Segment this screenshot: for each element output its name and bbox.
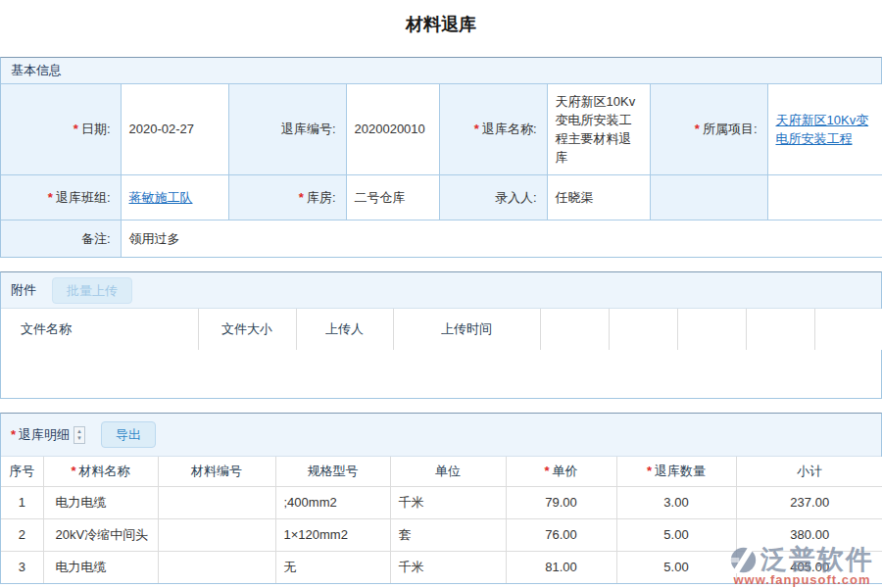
project-link[interactable]: 天府新区10Kv变电所安装工程 [776,113,869,146]
cell-material-code [158,518,275,551]
remark-value: 领用过多 [121,220,882,257]
page-title: 材料退库 [0,0,882,57]
table-row: 1 电力电缆 ;400mm2 千米 79.00 3.00 237.00 [1,486,882,518]
required-asterisk: * [74,122,78,136]
col-empty [609,309,677,350]
required-asterisk: * [299,190,304,205]
cell-material-code [158,551,275,583]
col-material-name: *材料名称 [43,457,158,486]
required-asterisk: * [647,464,652,478]
required-asterisk: * [474,122,479,136]
recorder-value: 任晓渠 [547,174,650,220]
cell-spec-model: 无 [275,551,390,583]
date-label: *日期: [1,84,121,174]
cell-subtotal: 380.00 [736,518,882,551]
details-section: * 退库明细 ▲ ▼ 导出 序号 *材料名称 材料编号 规格型号 单位 *单价 … [0,413,882,584]
cell-seq: 3 [1,551,43,583]
export-button[interactable]: 导出 [101,421,156,448]
col-unit-price: *单价 [506,457,616,486]
team-link[interactable]: 蒋敏施工队 [129,190,193,205]
basic-info-table: *日期: 2020-02-27 退库编号: 2020020010 *退库名称: … [1,84,882,257]
basic-info-section-title: 基本信息 [1,58,881,84]
return-no-value: 2020020010 [346,84,439,174]
col-empty [540,309,609,350]
team-value: 蒋敏施工队 [121,174,228,220]
empty-label-cell [650,174,767,220]
basic-info-section: 基本信息 *日期: 2020-02-27 退库编号: 2020020010 *退… [0,57,882,258]
col-material-code: 材料编号 [158,457,275,486]
cell-unit: 套 [390,518,506,551]
cell-return-qty: 5.00 [616,518,736,551]
cell-material-code [158,486,275,518]
stepper-down-icon[interactable]: ▼ [76,435,82,442]
cell-spec-model: 1×120mm2 [275,518,390,551]
required-asterisk: * [11,427,16,442]
attachments-section-title: 附件 [11,281,36,299]
cell-material-name: 电力电缆 [43,551,158,583]
required-asterisk: * [695,122,700,136]
attachments-table: 文件名称 文件大小 上传人 上传时间 [1,309,882,350]
cell-unit: 千米 [390,551,506,583]
date-value: 2020-02-27 [121,84,228,174]
required-asterisk: * [48,190,53,205]
attachments-empty-area [1,350,881,398]
team-label: *退库班组: [1,174,121,220]
col-spec-model: 规格型号 [275,457,390,486]
attachments-section: 附件 批量上传 文件名称 文件大小 上传人 上传时间 [0,271,882,399]
cell-seq: 1 [1,486,43,518]
cell-material-name: 20kV冷缩中间头 [43,518,158,551]
cell-unit-price: 76.00 [506,518,616,551]
cell-unit-price: 79.00 [506,486,616,518]
sort-stepper-icon[interactable]: ▲ ▼ [74,426,85,444]
col-return-qty: *退库数量 [616,457,736,486]
col-empty [677,309,746,350]
cell-return-qty: 5.00 [616,551,736,583]
col-empty [814,309,882,350]
cell-unit-price: 81.00 [506,551,616,583]
col-file-size: 文件大小 [198,309,296,350]
required-asterisk: * [544,464,549,478]
cell-material-name: 电力电缆 [43,486,158,518]
col-empty [746,309,814,350]
cell-subtotal: 237.00 [736,486,882,518]
batch-upload-button[interactable]: 批量上传 [52,277,132,304]
required-asterisk: * [71,464,75,478]
col-subtotal: 小计 [736,457,882,486]
stepper-up-icon[interactable]: ▲ [76,428,82,435]
cell-spec-model: ;400mm2 [275,486,390,518]
col-uploader: 上传人 [296,309,393,350]
col-file-name: 文件名称 [1,309,198,350]
table-row: 3 电力电缆 无 千米 81.00 5.00 405.00 [1,551,882,583]
warehouse-value: 二号仓库 [346,174,439,220]
return-no-label: 退库编号: [228,84,346,174]
cell-subtotal: 405.00 [736,551,882,583]
col-upload-time: 上传时间 [393,309,540,350]
table-row: 2 20kV冷缩中间头 1×120mm2 套 76.00 5.00 380.00 [1,518,882,551]
warehouse-label: *库房: [228,174,346,220]
remark-label: 备注: [1,220,121,257]
cell-return-qty: 3.00 [616,486,736,518]
project-value: 天府新区10Kv变电所安装工程 [767,84,882,174]
details-section-title: 退库明细 [19,426,70,444]
col-unit: 单位 [390,457,506,486]
details-table: 序号 *材料名称 材料编号 规格型号 单位 *单价 *退库数量 小计 1 电力电… [1,457,882,583]
col-seq: 序号 [1,457,43,486]
empty-value-cell [767,174,882,220]
return-name-label: *退库名称: [439,84,547,174]
recorder-label: 录入人: [439,174,547,220]
return-name-value: 天府新区10Kv变电所安装工程主要材料退库 [547,84,650,174]
cell-seq: 2 [1,518,43,551]
project-label: *所属项目: [650,84,767,174]
cell-unit: 千米 [390,486,506,518]
